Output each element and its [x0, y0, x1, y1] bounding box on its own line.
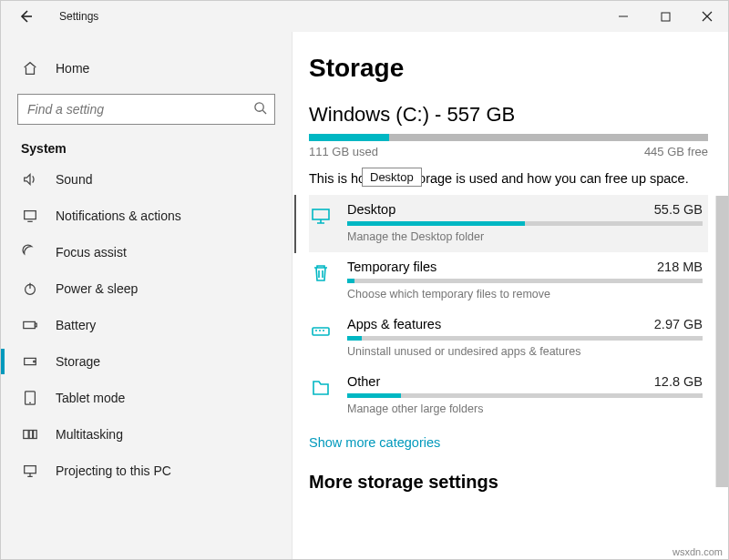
sound-icon — [21, 170, 39, 188]
arrow-left-icon — [18, 9, 33, 24]
category-size: 12.8 GB — [654, 374, 703, 389]
minimize-icon — [618, 11, 629, 22]
nav-item-label: Sound — [56, 172, 92, 187]
storage-description: This is how your storage is used and how… — [309, 171, 708, 186]
search-icon — [253, 101, 267, 117]
power-icon — [21, 280, 39, 298]
svg-rect-0 — [662, 13, 670, 21]
notifications-icon — [21, 207, 39, 225]
sidebar: Home System Sound Notifications & action… — [1, 32, 293, 559]
page-title: Storage — [309, 54, 708, 83]
window-title: Settings — [59, 10, 98, 23]
home-icon — [21, 59, 39, 77]
close-icon — [702, 11, 713, 22]
storage-icon — [21, 352, 39, 371]
category-temporary-files[interactable]: Temporary files218 MB Choose which tempo… — [309, 252, 708, 310]
category-bar — [347, 221, 703, 226]
close-button[interactable] — [686, 1, 728, 32]
nav-home[interactable]: Home — [1, 50, 292, 87]
maximize-icon — [661, 12, 671, 22]
svg-rect-10 — [29, 431, 33, 439]
titlebar: Settings — [1, 1, 728, 32]
scrollbar[interactable] — [715, 196, 728, 559]
svg-rect-9 — [24, 431, 28, 439]
maximize-button[interactable] — [644, 1, 686, 32]
tablet-icon — [21, 389, 39, 407]
svg-rect-6 — [25, 358, 36, 364]
watermark: wsxdn.com — [673, 546, 723, 557]
nav-item-storage[interactable]: Storage — [1, 343, 292, 380]
show-more-link[interactable]: Show more categories — [309, 435, 440, 450]
nav-item-label: Notifications & actions — [56, 209, 181, 223]
category-sub: Uninstall unused or undesired apps & fea… — [347, 345, 703, 358]
trash-icon — [309, 261, 333, 285]
svg-rect-11 — [34, 431, 37, 439]
svg-rect-13 — [313, 209, 329, 219]
nav-item-label: Tablet mode — [56, 391, 125, 405]
main-content: Storage Windows (C:) - 557 GB 111 GB use… — [293, 32, 728, 559]
desktop-icon — [309, 204, 333, 228]
category-name: Temporary files — [347, 260, 436, 274]
search-input[interactable] — [26, 101, 253, 117]
nav-item-battery[interactable]: Battery — [1, 307, 292, 343]
category-name: Desktop — [347, 202, 395, 217]
minimize-button[interactable] — [602, 1, 644, 32]
nav-item-sound[interactable]: Sound — [1, 161, 292, 198]
category-sub: Choose which temporary files to remove — [347, 288, 703, 300]
category-sub: Manage the Desktop folder — [347, 230, 703, 243]
drive-title: Windows (C:) - 557 GB — [309, 103, 708, 127]
nav-section-header: System — [1, 130, 292, 161]
category-size: 2.97 GB — [654, 317, 703, 331]
category-size: 55.5 GB — [654, 202, 703, 217]
projecting-icon — [21, 462, 39, 480]
more-storage-heading: More storage settings — [309, 472, 708, 493]
folder-icon — [309, 376, 333, 400]
nav-item-label: Projecting to this PC — [56, 463, 171, 478]
back-button[interactable] — [6, 1, 45, 32]
svg-rect-14 — [313, 328, 329, 335]
category-size: 218 MB — [657, 260, 703, 274]
svg-point-1 — [255, 103, 263, 111]
svg-rect-12 — [25, 466, 36, 473]
scrollbar-thumb[interactable] — [715, 196, 728, 487]
apps-icon — [309, 319, 333, 342]
nav-item-label: Focus assist — [56, 245, 127, 260]
tooltip: Desktop — [362, 168, 422, 187]
nav-item-notifications[interactable]: Notifications & actions — [1, 198, 292, 234]
category-name: Other — [347, 374, 380, 389]
category-other[interactable]: Other12.8 GB Manage other large folders — [309, 367, 708, 424]
category-bar — [347, 279, 703, 283]
svg-rect-2 — [25, 211, 36, 219]
category-apps-features[interactable]: Apps & features2.97 GB Uninstall unused … — [309, 310, 708, 367]
nav-item-label: Battery — [56, 318, 96, 332]
nav-item-projecting[interactable]: Projecting to this PC — [1, 453, 292, 489]
category-list: Desktop55.5 GB Manage the Desktop folder… — [309, 195, 708, 424]
category-desktop[interactable]: Desktop55.5 GB Manage the Desktop folder — [309, 195, 708, 252]
selection-accent — [294, 195, 296, 253]
focus-assist-icon — [21, 243, 39, 261]
svg-point-7 — [34, 361, 36, 362]
category-name: Apps & features — [347, 317, 441, 331]
svg-rect-4 — [24, 321, 36, 328]
nav-item-label: Storage — [56, 354, 100, 369]
nav-item-focus-assist[interactable]: Focus assist — [1, 234, 292, 270]
search-box[interactable] — [17, 94, 275, 125]
nav-item-tablet-mode[interactable]: Tablet mode — [1, 380, 292, 416]
drive-usage-fill — [309, 134, 389, 141]
category-bar — [347, 336, 703, 341]
drive-usage-bar — [309, 134, 708, 141]
nav-item-multitasking[interactable]: Multitasking — [1, 416, 292, 453]
svg-rect-5 — [35, 323, 36, 327]
nav-item-label: Power & sleep — [56, 281, 138, 296]
category-bar — [347, 393, 703, 398]
nav-item-label: Multitasking — [56, 427, 123, 442]
free-label: 445 GB free — [644, 145, 708, 158]
nav-item-power-sleep[interactable]: Power & sleep — [1, 270, 292, 307]
multitasking-icon — [21, 425, 39, 443]
battery-icon — [21, 316, 39, 334]
used-label: 111 GB used — [309, 145, 378, 158]
category-sub: Manage other large folders — [347, 402, 703, 415]
nav-home-label: Home — [56, 61, 89, 76]
